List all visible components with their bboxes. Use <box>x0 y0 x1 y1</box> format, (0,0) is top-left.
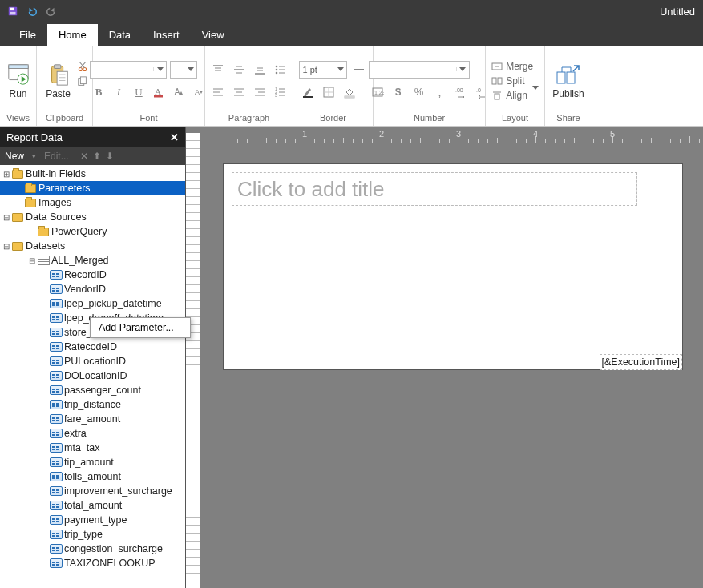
ribbon-group-border: 1 pt Border <box>293 46 374 126</box>
tree-field[interactable]: ·DOLocationID <box>0 369 185 383</box>
tree-field[interactable]: ·PULocationID <box>0 354 185 369</box>
border-style-button[interactable] <box>350 61 368 79</box>
fill-color-button[interactable] <box>341 83 358 101</box>
merge-button[interactable]: Merge <box>490 60 540 73</box>
tree-field[interactable]: ·trip_distance <box>0 397 185 412</box>
redo-icon[interactable] <box>43 3 59 19</box>
svg-text:.0: .0 <box>476 87 481 93</box>
svg-rect-19 <box>154 95 163 98</box>
svg-point-31 <box>275 68 277 70</box>
chevron-down-icon <box>532 86 539 101</box>
tree-field[interactable]: ·trip_type <box>0 527 185 542</box>
paste-icon <box>46 62 71 87</box>
currency-button[interactable]: $ <box>390 83 407 101</box>
tree-dataset-all-merged[interactable]: ⊟ALL_Merged <box>0 253 185 268</box>
cut-icon[interactable] <box>77 61 88 75</box>
tree-field[interactable]: ·payment_type <box>0 513 185 527</box>
group-label-layout: Layout <box>491 111 539 124</box>
underline-button[interactable]: U <box>130 83 147 101</box>
border-color-button[interactable] <box>299 83 317 101</box>
tree-field[interactable]: ·fare_amount <box>0 412 185 426</box>
tree-images[interactable]: ·Images <box>0 195 185 210</box>
tree-field[interactable]: ·VendorID <box>0 282 185 296</box>
tree-field[interactable]: ·RecordID <box>0 268 185 282</box>
tree-field[interactable]: ·tip_amount <box>0 455 185 469</box>
tree-field[interactable]: ·extra <box>0 426 185 441</box>
tab-insert[interactable]: Insert <box>142 24 191 46</box>
bold-button[interactable]: B <box>90 83 107 101</box>
font-name-combo[interactable] <box>90 61 167 79</box>
align-icon <box>491 90 503 101</box>
report-page[interactable]: Click to add title [&ExecutionTime] <box>223 163 683 370</box>
tree-field[interactable]: ·improvement_surcharge <box>0 484 185 498</box>
svg-text:1.23: 1.23 <box>374 90 384 95</box>
ribbon-group-clipboard: Paste Clipboard <box>37 46 93 126</box>
svg-text:A: A <box>155 87 161 96</box>
align-bottom-button[interactable] <box>251 61 269 79</box>
font-color-button[interactable]: A <box>150 83 168 101</box>
run-icon <box>6 62 30 87</box>
tree-datasets[interactable]: ⊟Datasets <box>0 239 185 253</box>
publish-button[interactable]: Publish <box>547 61 588 101</box>
increase-decimal-button[interactable]: .00 <box>452 83 470 101</box>
panel-title: Report Data <box>6 131 63 143</box>
svg-rect-8 <box>57 71 67 85</box>
move-down-icon[interactable]: ⬇ <box>106 151 114 162</box>
numbering-button[interactable]: 123 <box>272 83 289 101</box>
ribbon-group-number: 1.23 $ % , .00 .0 Number <box>374 46 486 126</box>
align-left-button[interactable] <box>209 83 227 101</box>
close-icon[interactable]: ✕ <box>170 131 179 143</box>
tab-home[interactable]: Home <box>47 24 98 46</box>
paste-button[interactable]: Paste <box>41 61 75 101</box>
tree-field[interactable]: ·congestion_surcharge <box>0 542 185 556</box>
menu-add-parameter[interactable]: Add Parameter... <box>91 318 190 337</box>
svg-rect-66 <box>557 72 565 83</box>
tree-field[interactable]: ·total_amount <box>0 498 185 513</box>
tree-field[interactable]: ·TAXIZONELOOKUP <box>0 556 185 570</box>
tree-field[interactable]: ·passenger_count <box>0 383 185 397</box>
tree-powerquery[interactable]: ·PowerQuery <box>0 224 185 239</box>
quick-access-toolbar <box>5 3 59 19</box>
tree-field[interactable]: ·mta_tax <box>0 441 185 455</box>
bullets-button[interactable] <box>272 61 289 79</box>
tab-file[interactable]: File <box>8 24 47 46</box>
align-button[interactable]: Align <box>490 89 540 102</box>
align-right-button[interactable] <box>251 83 269 101</box>
tree-field[interactable]: ·lpep_pickup_datetime <box>0 296 185 311</box>
run-button[interactable]: Run <box>2 61 35 101</box>
align-center-button[interactable] <box>230 83 248 101</box>
toolbar-new[interactable]: New <box>5 151 24 162</box>
comma-button[interactable]: , <box>431 83 449 101</box>
grow-font-button[interactable]: A▴ <box>170 83 188 101</box>
tree-built-in-fields[interactable]: ⊞Built-in Fields <box>0 167 185 181</box>
number-format-combo[interactable] <box>369 61 470 79</box>
svg-rect-63 <box>498 78 502 84</box>
design-canvas: /* decorative */ 12345 Click to add titl… <box>186 127 703 588</box>
placeholder-button[interactable]: 1.23 <box>369 83 386 101</box>
align-top-button[interactable] <box>209 61 227 79</box>
tree-field[interactable]: ·tolls_amount <box>0 469 185 484</box>
delete-icon[interactable]: ✕ <box>80 151 88 162</box>
execution-time-textbox[interactable]: [&ExecutionTime] <box>600 354 683 370</box>
horizontal-ruler: 12345 <box>223 127 703 143</box>
tab-data[interactable]: Data <box>98 24 142 46</box>
tree-field[interactable]: ·RatecodeID <box>0 340 185 354</box>
tree-parameters[interactable]: ·Parameters <box>0 181 185 195</box>
save-icon[interactable] <box>5 3 21 19</box>
align-middle-button[interactable] <box>230 61 248 79</box>
border-weight-combo[interactable]: 1 pt <box>299 61 347 79</box>
svg-text:3: 3 <box>275 93 277 98</box>
font-size-combo[interactable] <box>170 61 197 79</box>
title-placeholder[interactable]: Click to add title <box>232 172 637 206</box>
svg-rect-55 <box>345 96 354 98</box>
chevron-down-icon <box>188 67 194 71</box>
copy-icon[interactable] <box>77 76 88 90</box>
italic-button[interactable]: I <box>110 83 127 101</box>
undo-icon[interactable] <box>24 3 40 19</box>
borders-button[interactable] <box>320 83 337 101</box>
tree-data-sources[interactable]: ⊟Data Sources <box>0 210 185 224</box>
svg-point-13 <box>83 67 86 70</box>
move-up-icon[interactable]: ⬆ <box>93 151 101 162</box>
tab-view[interactable]: View <box>191 24 236 46</box>
percent-button[interactable]: % <box>410 83 428 101</box>
